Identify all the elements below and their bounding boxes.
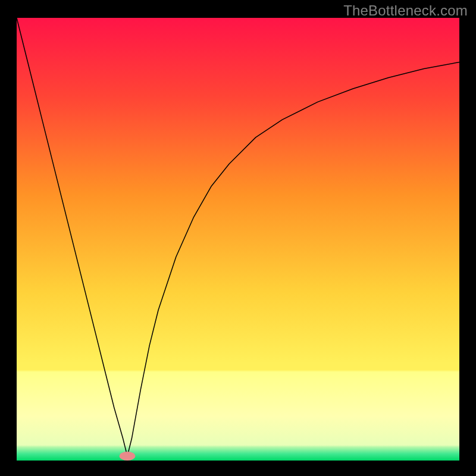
- gradient-background: [17, 18, 459, 461]
- chart-container: TheBottleneck.com: [0, 0, 476, 476]
- watermark-text: TheBottleneck.com: [343, 2, 468, 19]
- optimal-point-marker: [120, 452, 136, 461]
- plot-area: [17, 18, 459, 461]
- chart-svg: [17, 18, 459, 461]
